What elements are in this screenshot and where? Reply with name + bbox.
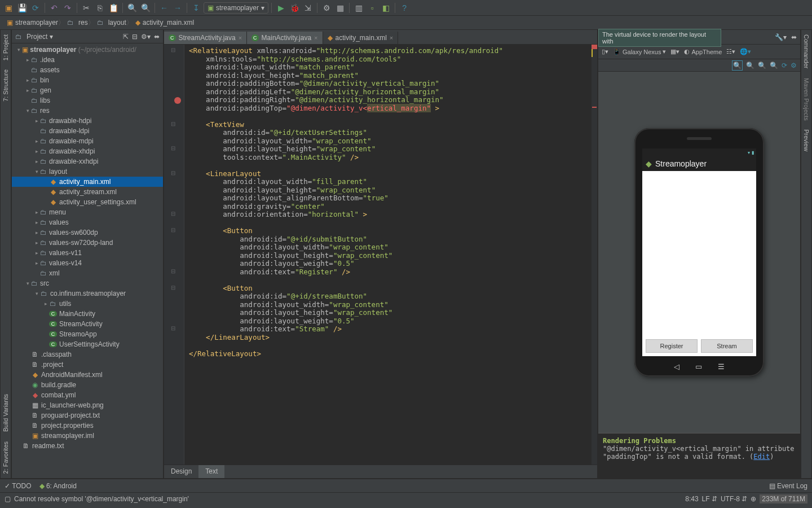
tree-item-values[interactable]: ▸🗀values <box>12 217 163 227</box>
tree-item-.idea[interactable]: ▸🗀.idea <box>12 55 163 65</box>
gear-icon[interactable]: ⚙▾ <box>141 33 151 41</box>
tree-item-bin[interactable]: ▸🗀bin <box>12 75 163 85</box>
cut-icon[interactable]: ✂ <box>80 2 92 14</box>
help-icon[interactable]: ? <box>398 2 411 14</box>
redo-icon[interactable]: ↷ <box>61 2 74 14</box>
tree-item-proguard-project.txt[interactable]: 🗎proguard-project.txt <box>12 410 163 421</box>
tree-item-values-v14[interactable]: ▸🗀values-v14 <box>12 258 163 268</box>
tree-item-drawable-ldpi[interactable]: 🗀drawable-ldpi <box>12 126 163 136</box>
run-icon[interactable]: ▶ <box>275 2 287 14</box>
error-strip[interactable] <box>592 45 597 465</box>
tree-item-layout[interactable]: ▾🗀layout <box>12 167 163 177</box>
make-icon[interactable]: ↧ <box>190 2 202 14</box>
tree-item-readme.txt[interactable]: 🗎readme.txt <box>12 441 163 451</box>
tree-item-activity_user_settings.xml[interactable]: ◆activity_user_settings.xml <box>12 197 163 207</box>
tree-item-values-sw600dp[interactable]: ▸🗀values-sw600dp <box>12 227 163 238</box>
code-view[interactable]: <RelativeLayout xmlns:android="http://sc… <box>184 45 592 465</box>
view-mode[interactable]: Project <box>27 33 47 41</box>
crumb-3[interactable]: ◆activity_main.xml <box>132 17 200 28</box>
tree-item-xml[interactable]: 🗀xml <box>12 268 163 278</box>
run-config-combo[interactable]: ▣streamoplayer ▾ <box>204 2 268 14</box>
editor-tab-activity_main.xml[interactable]: ◆activity_main.xml× <box>323 32 399 44</box>
encoding[interactable]: UTF-8 ⇵ <box>721 495 747 503</box>
attach-icon[interactable]: ⇲ <box>302 2 314 14</box>
tab-project[interactable]: 1: Project <box>1 30 10 65</box>
sync-icon[interactable]: ⟳ <box>29 2 42 14</box>
tree-item-build.gradle[interactable]: ◉build.gradle <box>12 380 163 390</box>
theme-combo[interactable]: ◐AppTheme <box>684 48 722 55</box>
undo-icon[interactable]: ↶ <box>48 2 60 14</box>
android-button[interactable]: ◆ 6: Android <box>39 482 77 490</box>
forward-icon[interactable]: → <box>171 2 184 14</box>
tree-item-MainActivity[interactable]: CMainActivity <box>12 309 163 319</box>
save-icon[interactable]: 💾 <box>16 2 28 14</box>
sdk-icon[interactable]: ▥ <box>352 2 365 14</box>
edit-link[interactable]: Edit <box>753 453 770 461</box>
copy-icon[interactable]: ⎘ <box>94 2 106 14</box>
tree-item-StreamActivity[interactable]: CStreamActivity <box>12 319 163 329</box>
tree-item-activity_main.xml[interactable]: ◆activity_main.xml <box>12 177 163 187</box>
line-separator[interactable]: LF ⇵ <box>702 495 717 503</box>
api-combo[interactable]: ▦▾ <box>670 48 679 55</box>
project-tree[interactable]: ▾▣ streamoplayer (~/projects/android/ ▸🗀… <box>12 43 163 478</box>
find-icon[interactable]: 🔍 <box>126 2 138 14</box>
tree-item-co.infinum.streamoplayer[interactable]: ▾🗀co.infinum.streamoplayer <box>12 288 163 299</box>
tree-item-menu[interactable]: ▸🗀menu <box>12 207 163 217</box>
hide-icon[interactable]: ⬌ <box>154 33 160 41</box>
settings-preview-icon[interactable]: ⚙ <box>791 62 797 69</box>
tree-item-.classpath[interactable]: 🗎.classpath <box>12 349 163 360</box>
replace-icon[interactable]: 🔍 <box>139 2 152 14</box>
project-structure-icon[interactable]: ▦ <box>334 2 346 14</box>
back-icon[interactable]: ← <box>158 2 170 14</box>
collapse-icon[interactable]: ⊟ <box>132 33 138 41</box>
event-log-button[interactable]: ▤ Event Log <box>769 482 807 490</box>
tab-preview[interactable]: Preview <box>802 125 811 156</box>
tab-text[interactable]: Text <box>198 465 224 478</box>
tree-item-activity_stream.xml[interactable]: ◆activity_stream.xml <box>12 187 163 197</box>
android-icon[interactable]: ◧ <box>379 2 392 14</box>
context-icon[interactable]: ⊕ <box>751 495 756 503</box>
tree-item-drawable-xxhdpi[interactable]: ▸🗀drawable-xxhdpi <box>12 156 163 167</box>
tree-item-StreamoApp[interactable]: CStreamoApp <box>12 329 163 339</box>
tree-item-src[interactable]: ▾🗀src <box>12 278 163 288</box>
editor-tab-StreamActivity.java[interactable]: CStreamActivity.java× <box>164 32 247 44</box>
tab-maven[interactable]: Maven Projects <box>802 73 811 125</box>
autoscroll-icon[interactable]: ⇱ <box>123 33 129 41</box>
tree-item-assets[interactable]: 🗀assets <box>12 65 163 75</box>
settings-icon[interactable]: ⚙ <box>320 2 333 14</box>
zoom-out-icon[interactable]: 🔍 <box>770 62 778 69</box>
paste-icon[interactable]: 📋 <box>107 2 120 14</box>
tree-item-libs[interactable]: 🗀libs <box>12 95 163 106</box>
editor-tab-MainActivity.java[interactable]: CMainActivity.java× <box>247 32 323 44</box>
tree-item-project.properties[interactable]: 🗎project.properties <box>12 421 163 431</box>
todo-button[interactable]: ✓ TODO <box>5 482 32 490</box>
tree-item-gen[interactable]: ▸🗀gen <box>12 85 163 95</box>
crumb-1[interactable]: 🗀res <box>64 17 94 28</box>
tree-item-drawable-xhdpi[interactable]: ▸🗀drawable-xhdpi <box>12 146 163 156</box>
zoom-in-icon[interactable]: 🔍 <box>758 62 766 69</box>
tree-item-UserSettingsActivity[interactable]: CUserSettingsActivity <box>12 339 163 349</box>
memory-indicator[interactable]: 233M of 711M <box>760 494 807 503</box>
zoom-actual-icon[interactable]: 🔍 <box>746 62 754 69</box>
tree-item-res[interactable]: ▾🗀res <box>12 106 163 116</box>
status-icon[interactable]: ▢ <box>5 495 11 503</box>
tab-design[interactable]: Design <box>164 465 198 478</box>
tree-item-utils[interactable]: ▸🗀utils <box>12 299 163 309</box>
tree-item-drawable-hdpi[interactable]: ▸🗀drawable-hdpi <box>12 116 163 126</box>
tab-build-variants[interactable]: Build Variants <box>1 389 10 436</box>
tree-item-.project[interactable]: 🗎.project <box>12 360 163 370</box>
zoom-fit-icon[interactable]: 🔍 <box>732 60 743 71</box>
tab-structure[interactable]: 7: Structure <box>1 65 10 106</box>
orientation-combo[interactable]: ▯▾ <box>602 48 608 55</box>
open-icon[interactable]: ▣ <box>2 2 15 14</box>
tree-item-values-v11[interactable]: ▸🗀values-v11 <box>12 248 163 258</box>
tree-item-combat.yml[interactable]: ◆combat.yml <box>12 390 163 400</box>
config-combo[interactable]: ☷▾ <box>726 48 735 55</box>
tree-item-ic_launcher-web.png[interactable]: ▦ic_launcher-web.png <box>12 400 163 410</box>
debug-icon[interactable]: 🐞 <box>288 2 301 14</box>
device-combo[interactable]: 📱Galaxy Nexus▾ <box>613 48 666 55</box>
avd-icon[interactable]: ▫ <box>366 2 378 14</box>
locale-combo[interactable]: 🌐▾ <box>740 48 751 55</box>
hide-preview-icon[interactable]: ⬌ <box>791 33 797 41</box>
crumb-2[interactable]: 🗀layout <box>94 17 132 28</box>
